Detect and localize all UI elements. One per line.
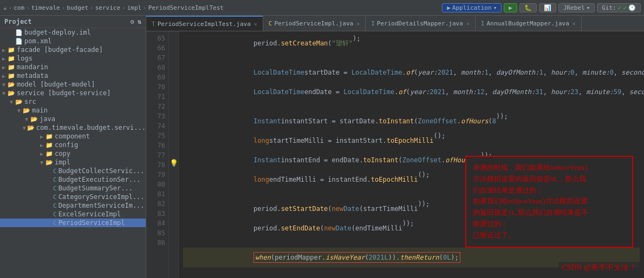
tab-annual-mapper[interactable]: I AnnualBudgetMapper.java ✕ — [476, 16, 582, 31]
class-icon: C — [53, 211, 57, 218]
annotation-box: 单测的时候，我们如果给isHaveYear()方法模拟设置的返回值是0L，那么我… — [465, 156, 633, 248]
tree-item-ExcelService[interactable]: C ExcelServiceImpl — [0, 210, 146, 219]
tree-item-logs[interactable]: ▶ 📁 logs — [0, 54, 146, 63]
folder-open-icon: 📂 — [30, 116, 38, 123]
main-layout: Project ⚙ ⇅ 📄 budget-deploy.iml 📄 pom.xm… — [0, 16, 644, 278]
collapse-icon: ▶ — [0, 64, 8, 70]
toolbar: ☕ › com › timevale › budget › service › … — [0, 0, 644, 16]
tab-period-impl[interactable]: C PeriodServiceImpl.java ✕ — [263, 16, 366, 31]
tree-item-package[interactable]: ▼ 📂 com.timevale.budget.servi... — [0, 123, 146, 132]
tree-item-config[interactable]: ▶ 📁 config — [0, 141, 146, 149]
tree-item-DepartmentService[interactable]: C DepartmentServiceIm... — [0, 201, 146, 210]
folder-icon: 📁 — [8, 64, 15, 71]
folder-icon: 📁 — [8, 55, 15, 62]
tree-item-mandarin[interactable]: ▶ 📁 mandarin — [0, 63, 146, 71]
bc-timevale[interactable]: timevale — [31, 4, 60, 11]
tab-close-icon[interactable]: ✕ — [466, 21, 470, 27]
code-line-66 — [183, 53, 640, 63]
bc-class[interactable]: PeriodServiceImplTest — [148, 4, 224, 11]
folder-icon: 📁 — [8, 47, 15, 54]
tree-item-PeriodService[interactable]: C PeriodServiceImpl — [0, 219, 146, 227]
tree-item-impl[interactable]: ▼ 📂 impl — [0, 158, 146, 167]
collapse-icon: ▶ — [0, 47, 8, 53]
class-icon: C — [53, 176, 57, 183]
expand-icon: ▼ — [0, 90, 8, 96]
tree-item-budget-deploy[interactable]: 📄 budget-deploy.iml — [0, 28, 146, 37]
csdn-watermark: CSDN @杀手不太冷！ — [558, 262, 640, 274]
code-content[interactable]: period.setCreateMan("望轩"); LocalDateTime… — [179, 31, 644, 278]
tree-item-pom[interactable]: 📄 pom.xml — [0, 37, 146, 45]
application-dropdown[interactable]: ▶ Application ▾ — [442, 3, 502, 12]
tab-close-icon[interactable]: ✕ — [254, 21, 257, 27]
collapse-icon: ▶ — [38, 151, 45, 157]
sidebar-header-icons: ⚙ ⇅ — [131, 18, 141, 25]
code-line-68: LocalDateTime endDate = LocalDateTime.of… — [183, 82, 640, 102]
tree-item-copy[interactable]: ▶ 📁 copy — [0, 149, 146, 158]
run-button[interactable]: ▶ — [504, 3, 517, 12]
code-line-67: LocalDateTime startDate = LocalDateTime.… — [183, 63, 640, 82]
folder-open-icon: 📂 — [27, 124, 35, 131]
class-icon: C — [53, 168, 57, 175]
tree-item-main[interactable]: ▼ 📂 main — [0, 106, 146, 115]
code-line-71: long startTimeMilli = instantStart.toEpo… — [183, 131, 640, 150]
git-button[interactable]: Git: ✓ ✓ 🕐 — [597, 3, 641, 12]
bc-budget[interactable]: budget — [67, 4, 88, 11]
collapse-icon: ▶ — [0, 56, 8, 62]
tree-item-CategoryService[interactable]: C CategoryServiceImpl... — [0, 193, 146, 201]
tree-item-src[interactable]: ▼ 📂 src — [0, 97, 146, 106]
sidebar-header: Project ⚙ ⇅ — [0, 16, 146, 28]
tree-item-java[interactable]: ▼ 📂 java — [0, 115, 146, 123]
jrebel-button[interactable]: JRebel ▾ — [558, 3, 595, 12]
code-line-69 — [183, 102, 640, 111]
gutter: 💡 — [169, 31, 179, 278]
tab-mapper-icon: I — [371, 20, 375, 27]
tree-item-model[interactable]: ▼ 📂 model [budget-model] — [0, 80, 146, 89]
folder-open-icon: 📂 — [15, 98, 23, 105]
debug-button[interactable]: 🐛 — [519, 3, 537, 12]
tree-item-BudgetSummary[interactable]: C BudgetSummarySer... — [0, 184, 146, 193]
bc-service[interactable]: service — [95, 4, 120, 11]
tab-mapper2-icon: I — [481, 20, 485, 27]
tab-impl-icon: C — [269, 20, 272, 27]
tab-period-mapper[interactable]: I PeriodDetailsMapper.java ✕ — [366, 16, 476, 31]
folder-icon: 📁 — [45, 133, 53, 140]
class-icon: C — [53, 185, 57, 192]
collapse-icon: ▶ — [38, 134, 45, 140]
folder-open-icon: 📂 — [8, 90, 15, 97]
class-icon: C — [53, 220, 57, 227]
tree-item-component[interactable]: ▶ 📁 component — [0, 132, 146, 141]
tree-item-service[interactable]: ▼ 📂 service [budget-service] — [0, 89, 146, 97]
tree-item-facade[interactable]: ▶ 📁 facade [budget-facade] — [0, 45, 146, 54]
code-line-70: Instant instantStart = startDate.toInsta… — [183, 111, 640, 131]
code-line-65: period.setCreateMan("望轩"); — [183, 34, 640, 53]
folder-icon: 📁 — [8, 72, 15, 80]
profile-button[interactable]: 📊 — [539, 3, 556, 12]
code-editor: 65 66 67 68 69 70 71 72 73 74 75 76 77 7… — [146, 31, 644, 278]
sidebar-title: Project — [4, 18, 32, 25]
expand-icon: ▼ — [38, 160, 45, 166]
bc-com[interactable]: com — [14, 4, 24, 11]
tree-item-metadata[interactable]: ▶ 📁 metadata — [0, 71, 146, 80]
app-icon: ▶ — [447, 4, 451, 11]
folder-icon: 📁 — [45, 150, 53, 157]
bc-java[interactable]: ☕ — [3, 4, 7, 11]
expand-icon: ▼ — [8, 99, 15, 105]
sidebar: Project ⚙ ⇅ 📄 budget-deploy.iml 📄 pom.xm… — [0, 16, 146, 278]
bc-impl[interactable]: impl — [127, 4, 142, 11]
class-icon: C — [53, 194, 57, 201]
collapse-icon: ▶ — [0, 73, 8, 79]
expand-icon: ▼ — [22, 125, 27, 131]
line-numbers: 65 66 67 68 69 70 71 72 73 74 75 76 77 7… — [146, 31, 169, 278]
tab-close-icon[interactable]: ✕ — [356, 21, 360, 27]
tree-item-BudgetExecution[interactable]: C BudgetExecutionSer... — [0, 175, 146, 184]
annotation-text: 单测的时候，我们如果给isHaveYear()方法模拟设置的返回值是0L，那么我… — [473, 163, 588, 239]
tree-item-BudgetCollect[interactable]: C BudgetCollectServic... — [0, 167, 146, 175]
sidebar-settings-icon[interactable]: ⚙ — [131, 18, 134, 25]
sidebar-expand-icon[interactable]: ⇅ — [138, 18, 141, 25]
tab-period-test[interactable]: T PeriodServiceImplTest.java ✕ — [146, 16, 263, 31]
sidebar-tree: 📄 budget-deploy.iml 📄 pom.xml ▶ 📁 facade… — [0, 28, 146, 278]
xml-icon: 📄 — [15, 38, 23, 45]
expand-icon: ▼ — [15, 108, 23, 114]
tab-test-icon: T — [152, 21, 155, 28]
tab-close-icon[interactable]: ✕ — [573, 21, 576, 27]
